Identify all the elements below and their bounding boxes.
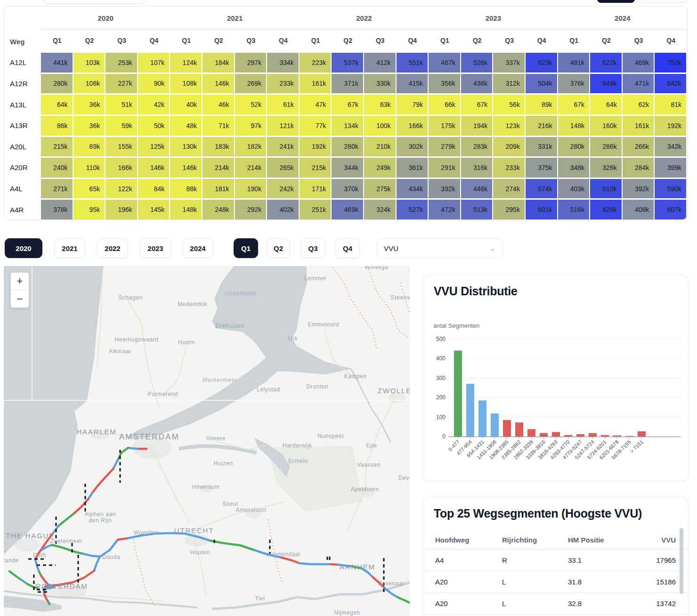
heatmap-cell[interactable]: 607k bbox=[655, 198, 687, 219]
heatmap-cell[interactable]: 160k bbox=[590, 114, 623, 136]
heatmap-cell[interactable]: 280k bbox=[41, 73, 73, 94]
heatmap-cell[interactable]: 214k bbox=[235, 156, 267, 178]
heatmap-cell[interactable]: 90k bbox=[138, 73, 170, 94]
heatmap-cell[interactable]: 56k bbox=[493, 93, 526, 114]
heatmap-cell[interactable]: 295k bbox=[493, 198, 526, 219]
heatmap-cell[interactable]: 361k bbox=[397, 156, 429, 178]
top-cutoff-toggle[interactable] bbox=[640, 0, 688, 3]
heatmap-cell[interactable]: 175k bbox=[429, 114, 461, 136]
heatmap-cell[interactable]: 280k bbox=[558, 136, 591, 157]
heatmap-cell[interactable]: 36k bbox=[73, 93, 106, 114]
heatmap-cell[interactable]: 42k bbox=[138, 93, 170, 114]
heatmap-cell[interactable]: 753k bbox=[655, 51, 687, 73]
heatmap-cell[interactable]: 302k bbox=[397, 136, 429, 157]
heatmap-cell[interactable]: 622k bbox=[590, 51, 623, 73]
heatmap-cell[interactable]: 166k bbox=[397, 114, 429, 136]
heatmap-cell[interactable]: 223k bbox=[300, 51, 332, 73]
year-filter-2023[interactable]: 2023 bbox=[140, 238, 171, 258]
heatmap-cell[interactable]: 403k bbox=[558, 178, 591, 199]
heatmap-cell[interactable]: 182k bbox=[235, 136, 267, 157]
heatmap-cell[interactable]: 376k bbox=[558, 73, 591, 94]
heatmap-cell[interactable]: 196k bbox=[105, 198, 138, 219]
heatmap-cell[interactable]: 65k bbox=[73, 178, 106, 199]
map-canvas[interactable]: THE HAGUEHAARLEMAMSTERDAMUTRECHTROTTERDA… bbox=[4, 266, 410, 616]
heatmap-cell[interactable]: 215k bbox=[300, 156, 332, 178]
heatmap-cell[interactable]: 356k bbox=[429, 73, 461, 94]
heatmap-cell[interactable]: 146k bbox=[170, 156, 203, 178]
heatmap-cell[interactable]: 242k bbox=[267, 178, 300, 199]
heatmap-cell[interactable]: 84k bbox=[138, 178, 170, 199]
heatmap-cell[interactable]: 124k bbox=[170, 51, 203, 73]
heatmap-cell[interactable]: 251k bbox=[300, 198, 332, 219]
heatmap-cell[interactable]: 194k bbox=[461, 114, 494, 136]
heatmap-cell[interactable]: 291k bbox=[429, 156, 461, 178]
heatmap-cell[interactable]: 481k bbox=[558, 51, 591, 73]
heatmap-cell[interactable]: 348k bbox=[558, 156, 591, 178]
heatmap-cell[interactable]: 148k bbox=[558, 114, 591, 136]
heatmap-cell[interactable]: 108k bbox=[73, 73, 106, 94]
heatmap-cell[interactable]: 62k bbox=[623, 93, 655, 114]
heatmap-cell[interactable]: 190k bbox=[235, 178, 267, 199]
heatmap-cell[interactable]: 392k bbox=[623, 178, 655, 199]
heatmap-cell[interactable]: 89k bbox=[73, 136, 106, 157]
heatmap-cell[interactable]: 472k bbox=[429, 198, 461, 219]
heatmap-cell[interactable]: 166k bbox=[105, 156, 138, 178]
heatmap-cell[interactable]: 134k bbox=[332, 114, 364, 136]
heatmap-cell[interactable]: 516k bbox=[558, 198, 591, 219]
heatmap-cell[interactable]: 146k bbox=[203, 73, 235, 94]
heatmap-cell[interactable]: 66k bbox=[429, 93, 461, 114]
heatmap-cell[interactable]: 469k bbox=[623, 51, 655, 73]
heatmap-cell[interactable]: 155k bbox=[105, 136, 138, 157]
heatmap-cell[interactable]: 284k bbox=[623, 156, 655, 178]
heatmap-cell[interactable]: 574k bbox=[526, 178, 558, 199]
heatmap-cell[interactable]: 344k bbox=[332, 156, 364, 178]
heatmap-cell[interactable]: 161k bbox=[623, 114, 655, 136]
heatmap-cell[interactable]: 623k bbox=[526, 51, 558, 73]
heatmap-cell[interactable]: 446k bbox=[461, 178, 494, 199]
heatmap-cell[interactable]: 233k bbox=[493, 156, 526, 178]
heatmap-cell[interactable]: 642k bbox=[655, 73, 687, 94]
heatmap-cell[interactable]: 123k bbox=[493, 114, 526, 136]
heatmap-cell[interactable]: 95k bbox=[73, 198, 106, 219]
heatmap-cell[interactable]: 36k bbox=[73, 114, 106, 136]
heatmap-cell[interactable]: 337k bbox=[493, 51, 526, 73]
top25-scrollbar[interactable] bbox=[680, 528, 683, 594]
heatmap-cell[interactable]: 46k bbox=[203, 93, 235, 114]
heatmap-cell[interactable]: 51k bbox=[105, 93, 138, 114]
heatmap-cell[interactable]: 107k bbox=[138, 51, 170, 73]
top-cutoff-input[interactable] bbox=[44, 0, 145, 4]
heatmap-cell[interactable]: 412k bbox=[364, 51, 397, 73]
heatmap-cell[interactable]: 527k bbox=[397, 198, 429, 219]
heatmap-cell[interactable]: 79k bbox=[397, 93, 429, 114]
heatmap-cell[interactable]: 292k bbox=[235, 198, 267, 219]
heatmap-cell[interactable]: 214k bbox=[203, 156, 235, 178]
heatmap-cell[interactable]: 77k bbox=[300, 114, 332, 136]
heatmap-cell[interactable]: 286k bbox=[590, 136, 623, 157]
heatmap-cell[interactable]: 61k bbox=[267, 93, 300, 114]
heatmap-cell[interactable]: 275k bbox=[364, 178, 397, 199]
heatmap-cell[interactable]: 64k bbox=[590, 93, 623, 114]
heatmap-cell[interactable]: 370k bbox=[332, 178, 364, 199]
heatmap-cell[interactable]: 63k bbox=[364, 93, 397, 114]
quarter-filter-q1[interactable]: Q1 bbox=[234, 238, 258, 258]
quarter-filter-q4[interactable]: Q4 bbox=[335, 238, 360, 258]
heatmap-cell[interactable]: 626k bbox=[590, 198, 623, 219]
heatmap-cell[interactable]: 171k bbox=[300, 178, 332, 199]
heatmap-cell[interactable]: 326k bbox=[590, 156, 623, 178]
heatmap-cell[interactable]: 297k bbox=[235, 51, 267, 73]
heatmap-cell[interactable]: 504k bbox=[526, 73, 558, 94]
heatmap-cell[interactable]: 67k bbox=[461, 93, 494, 114]
heatmap-cell[interactable]: 184k bbox=[203, 51, 235, 73]
heatmap-cell[interactable]: 253k bbox=[105, 51, 138, 73]
heatmap-cell[interactable]: 47k bbox=[300, 93, 332, 114]
heatmap-cell[interactable]: 161k bbox=[300, 73, 332, 94]
heatmap-cell[interactable]: 392k bbox=[429, 178, 461, 199]
heatmap-cell[interactable]: 399k bbox=[655, 156, 687, 178]
heatmap-cell[interactable]: 249k bbox=[364, 156, 397, 178]
heatmap-cell[interactable]: 551k bbox=[397, 51, 429, 73]
heatmap-cell[interactable]: 50k bbox=[138, 114, 170, 136]
heatmap-cell[interactable]: 86k bbox=[41, 114, 73, 136]
metric-dropdown[interactable]: VVU⌄ bbox=[377, 238, 502, 258]
heatmap-cell[interactable]: 146k bbox=[138, 156, 170, 178]
heatmap-cell[interactable]: 378k bbox=[41, 198, 73, 219]
